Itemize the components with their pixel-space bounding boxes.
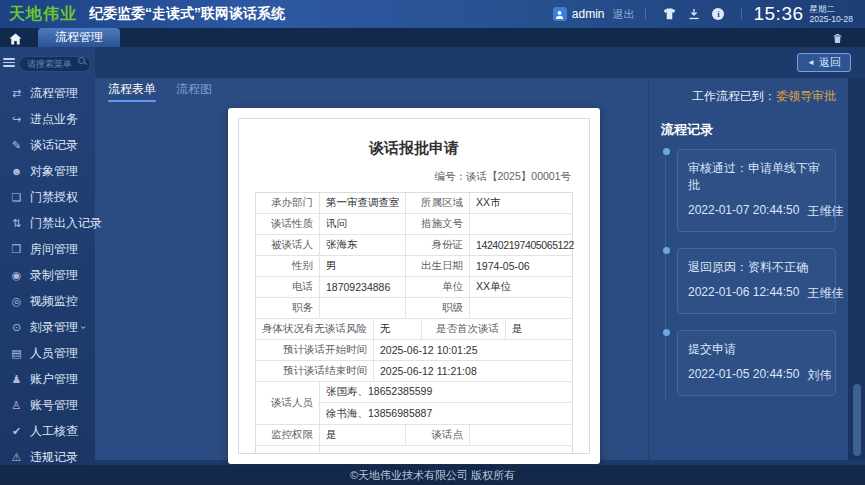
home-icon[interactable] [9, 33, 22, 45]
record-text: 审核通过：申请单线下审批 [688, 160, 825, 194]
field-label: 被谈话人 [256, 235, 320, 255]
logout-button[interactable]: 退出 [612, 7, 634, 22]
table-row: 被谈话人 张海东 身份证 142402197405065122 [256, 235, 572, 256]
record-text: 退回原因：资料不正确 [688, 259, 825, 276]
sidebar-item-account-number[interactable]: ♙账号管理 [0, 392, 95, 418]
page-footer: ©天地伟业技术有限公司 版权所有 [0, 465, 865, 485]
video-monitor-icon: ◎ [9, 295, 24, 308]
scrollbar-thumb[interactable] [853, 384, 861, 456]
field-label: 单位 [406, 277, 470, 297]
field-label: 措施文号 [406, 214, 470, 234]
flow-icon: ⇄ [9, 87, 24, 100]
sidebar-item-label: 人员管理 [30, 345, 78, 362]
record-user: 王维佳 [807, 285, 843, 302]
divider [741, 8, 742, 20]
chevron-down-icon: › [78, 325, 89, 328]
field-label: 出生日期 [406, 256, 470, 276]
field-label: 身份证 [406, 235, 470, 255]
field-label: 所属区域 [406, 193, 470, 213]
download-icon[interactable] [688, 8, 700, 20]
table-row: 承办部门 第一审查调查室 所属区域 XX市 [256, 193, 572, 214]
sidebar-item-label: 人工核查 [30, 423, 78, 440]
sidebar-item-burn[interactable]: ⊙刻录管理› [0, 314, 95, 340]
workflow-status-label: 工作流程已到： [692, 89, 776, 103]
field-value: XX市 [470, 193, 572, 213]
tab-process-form[interactable]: 流程表单 [108, 81, 156, 102]
field-label: 预计谈话结束时间 [256, 361, 374, 381]
tab-process-management[interactable]: 流程管理 [38, 28, 120, 47]
sidebar-item-label: 对象管理 [30, 163, 78, 180]
sidebar-item-label: 进点业务 [30, 111, 78, 128]
field-value: 18709234886 [320, 277, 406, 297]
record-time: 2022-01-07 20:44:50 [688, 203, 799, 220]
field-value: 第一审查调查室 [320, 193, 406, 213]
workflow-status: 工作流程已到：委领导审批 [659, 88, 836, 105]
field-value: 无 [374, 319, 422, 339]
field-label: 预计谈话开始时间 [256, 340, 374, 360]
info-icon[interactable]: i [712, 8, 724, 20]
collapse-menu-icon[interactable] [3, 58, 15, 67]
interviewer-entry: 张国寿、18652385599 [320, 382, 572, 403]
sidebar-item-talk-record[interactable]: ✎谈话记录 [0, 132, 95, 158]
field-label: 电话 [256, 277, 320, 297]
table-row: 电话 18709234886 单位 XX单位 [256, 277, 572, 298]
username: admin [572, 7, 605, 21]
timeline-dot-icon [663, 148, 670, 155]
field-value [320, 298, 406, 318]
table-row: 谈话人员 张国寿、18652385599 徐书海、13856985887 [256, 382, 572, 425]
talk-record-icon: ✎ [9, 139, 24, 152]
weekday: 星期二 [810, 4, 853, 14]
sidebar-item-violation[interactable]: ⚠违规记录 [0, 444, 95, 470]
sidebar-item-flow[interactable]: ⇄流程管理 [0, 80, 95, 106]
room-icon: ❒ [9, 243, 24, 256]
sidebar-menu: ⇄流程管理↪进点业务✎谈话记录☻对象管理❏门禁授权⇅门禁出入记录❒房间管理◉录制… [0, 80, 95, 470]
field-value [470, 425, 572, 445]
sidebar-item-access-log[interactable]: ⇅门禁出入记录 [0, 210, 95, 236]
field-value: 是 [320, 425, 406, 445]
tab-process-diagram[interactable]: 流程图 [176, 81, 212, 102]
table-row: 身体状况有无谈话风险 无 是否首次谈话 是 [256, 319, 572, 340]
sidebar-item-recording[interactable]: ◉录制管理 [0, 262, 95, 288]
user-avatar[interactable] [553, 7, 567, 21]
open-tabs-bar: 流程管理 [0, 28, 865, 47]
field-value: 讯问 [320, 214, 406, 234]
page-scrollbar[interactable] [848, 78, 865, 460]
field-label: 是否首次谈话 [422, 319, 506, 339]
close-tabs-trash-icon[interactable] [832, 33, 843, 44]
field-value: 是 [506, 319, 572, 339]
sidebar-item-manual-check[interactable]: ✔人工核查 [0, 418, 95, 444]
field-label: 谈话人员 [256, 382, 320, 424]
sidebar-item-label: 录制管理 [30, 267, 78, 284]
manual-check-icon: ✔ [9, 425, 24, 438]
sidebar-item-account[interactable]: ♟账户管理 [0, 366, 95, 392]
sidebar: ⇄流程管理↪进点业务✎谈话记录☻对象管理❏门禁授权⇅门禁出入记录❒房间管理◉录制… [0, 47, 95, 465]
sidebar-item-room[interactable]: ❒房间管理 [0, 236, 95, 262]
field-label: 谈话点 [406, 425, 470, 445]
sidebar-item-object[interactable]: ☻对象管理 [0, 158, 95, 184]
sidebar-item-video-monitor[interactable]: ◎视频监控 [0, 288, 95, 314]
record-item: 退回原因：资料不正确 2022-01-06 12:44:50 王维佳 [677, 248, 836, 314]
workflow-sidebar: 工作流程已到：委领导审批 流程记录 审核通过：申请单线下审批 2022-01-0… [649, 78, 848, 460]
field-value: 2025-06-12 10:01:25 [374, 340, 572, 360]
sidebar-item-access-auth[interactable]: ❏门禁授权 [0, 184, 95, 210]
sidebar-item-personnel[interactable]: ▤人员管理 [0, 340, 95, 366]
field-value [470, 298, 572, 318]
back-button[interactable]: ◄ 返回 [797, 53, 851, 72]
sidebar-item-label: 流程管理 [30, 85, 78, 102]
divider [645, 8, 646, 20]
sidebar-item-label: 违规记录 [30, 449, 78, 466]
theme-skin-icon[interactable] [663, 8, 676, 20]
sidebar-item-entry[interactable]: ↪进点业务 [0, 106, 95, 132]
field-value [470, 214, 572, 234]
person-icon [555, 10, 564, 19]
account-number-icon: ♙ [9, 399, 24, 412]
timeline-dot-icon [663, 247, 670, 254]
field-label: 谈话性质 [256, 214, 320, 234]
sidebar-item-label: 门禁授权 [30, 189, 78, 206]
recording-icon: ◉ [9, 269, 24, 282]
field-value: 142402197405065122 [470, 235, 580, 255]
sidebar-item-label: 门禁出入记录 [30, 215, 102, 232]
sidebar-item-label: 账号管理 [30, 397, 78, 414]
sidebar-item-label: 刻录管理 [30, 319, 78, 336]
timeline-dot-icon [663, 329, 670, 336]
